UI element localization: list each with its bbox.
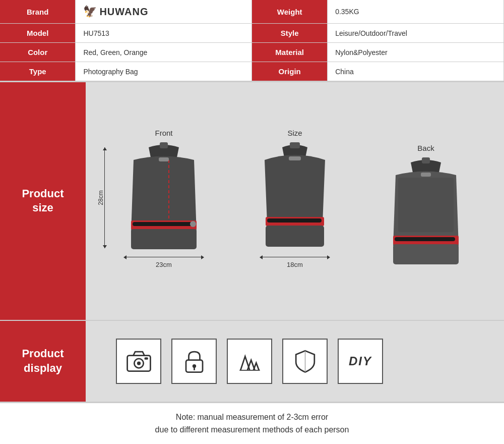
height-dim-label: 28cm <box>97 190 104 205</box>
svg-rect-21 <box>144 357 148 360</box>
svg-rect-17 <box>398 178 454 232</box>
svg-rect-7 <box>290 142 300 148</box>
svg-rect-0 <box>160 142 168 148</box>
svg-rect-16 <box>421 173 431 177</box>
product-display-content: DIY <box>86 321 504 402</box>
bags-area: Front 28cm <box>96 129 494 273</box>
camera-icon-box <box>116 339 161 384</box>
type-label: Type <box>0 62 76 81</box>
back-bag-svg <box>381 157 471 268</box>
brand-value: 🦅 HUWANG <box>76 0 252 24</box>
specs-row-1: Brand 🦅 HUWANG Weight 0.35KG <box>0 0 504 24</box>
front-bag-label: Front <box>155 129 172 137</box>
product-display-label: Productdisplay <box>0 321 86 402</box>
note-line1: Note: manual measurement of 2-3cm error <box>176 413 328 421</box>
specs-section: Brand 🦅 HUWANG Weight 0.35KG Model HU751… <box>0 0 504 82</box>
svg-rect-15 <box>393 244 459 264</box>
diy-label: DIY <box>349 354 372 368</box>
origin-value: China <box>328 62 504 81</box>
brand-name: HUWANG <box>99 6 148 18</box>
svg-point-23 <box>192 364 196 368</box>
product-size-label: Productsize <box>0 82 86 320</box>
svg-rect-6 <box>159 157 169 161</box>
size-bag-item: Size <box>255 129 335 268</box>
svg-rect-9 <box>267 218 322 223</box>
material-value: Nylon&Polyester <box>328 43 504 62</box>
svg-point-20 <box>137 362 140 365</box>
front-bag-svg <box>118 142 209 253</box>
back-bag-item: Back <box>381 144 471 268</box>
note-section: Note: manual measurement of 2-3cm error … <box>0 403 504 444</box>
camera-icon <box>125 347 153 375</box>
water-resistant-icon-box <box>227 339 272 384</box>
back-bag-label: Back <box>417 144 434 152</box>
style-value: Leisure/Outdoor/Travel <box>328 24 504 43</box>
svg-rect-2 <box>133 222 193 226</box>
model-value: HU7513 <box>76 24 252 43</box>
specs-row-3: Color Red, Green, Orange Material Nylon&… <box>0 43 504 62</box>
main-container: Brand 🦅 HUWANG Weight 0.35KG Model HU751… <box>0 0 504 444</box>
svg-rect-11 <box>289 156 301 160</box>
weight-label: Weight <box>252 0 328 24</box>
specs-row-2: Model HU7513 Style Leisure/Outdoor/Trave… <box>0 24 504 43</box>
product-size-content: Front 28cm <box>86 82 504 320</box>
type-value: Photography Bag <box>76 62 252 81</box>
width-dim-label-front: 23cm <box>156 261 172 268</box>
size-bag-label: Size <box>287 129 302 137</box>
lock-icon-box <box>171 339 217 384</box>
diy-icon-box: DIY <box>338 339 383 384</box>
size-bag-svg <box>255 142 335 253</box>
product-display-section: Productdisplay <box>0 321 504 403</box>
note-line2: due to different measurement methods of … <box>155 425 349 434</box>
product-size-section: Productsize Front 28cm <box>0 82 504 321</box>
weight-value: 0.35KG <box>328 0 504 24</box>
shield-icon <box>291 347 319 375</box>
brand-bird-icon: 🦅 <box>83 5 97 18</box>
model-label: Model <box>0 24 76 43</box>
style-label: Style <box>252 24 328 43</box>
svg-point-3 <box>190 221 196 227</box>
water-resistant-icon <box>236 347 264 375</box>
width-dim-label-size: 18cm <box>287 261 303 268</box>
svg-rect-4 <box>131 229 197 249</box>
svg-rect-12 <box>422 157 430 163</box>
brand-label: Brand <box>0 0 76 24</box>
origin-label: Origin <box>252 62 328 81</box>
color-label: Color <box>0 43 76 62</box>
color-value: Red, Green, Orange <box>76 43 252 62</box>
svg-rect-10 <box>266 226 324 247</box>
icons-row: DIY <box>101 328 398 394</box>
shield-icon-box <box>282 339 328 384</box>
lock-icon <box>180 347 208 375</box>
front-bag-item: Front 28cm <box>118 129 209 268</box>
specs-table: Brand 🦅 HUWANG Weight 0.35KG Model HU751… <box>0 0 504 81</box>
svg-rect-14 <box>395 237 455 241</box>
specs-row-4: Type Photography Bag Origin China <box>0 62 504 81</box>
material-label: Material <box>252 43 328 62</box>
